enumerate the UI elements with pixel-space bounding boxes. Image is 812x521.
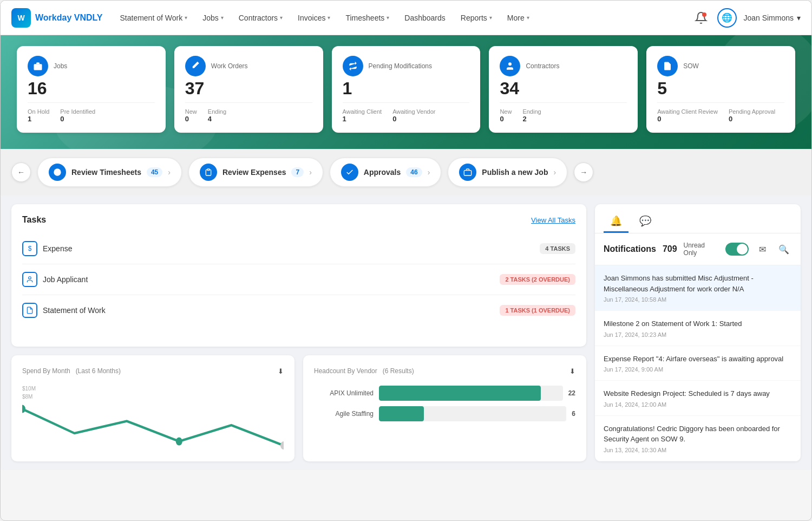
bar-row-agile: Agile Staffing 6 [314, 406, 575, 421]
qa-review-timesheets[interactable]: Review Timesheets 45 › [37, 158, 182, 187]
publish-job-icon [459, 164, 476, 181]
qa-next-button[interactable]: → [574, 162, 593, 182]
chevron-down-icon: ▾ [387, 15, 389, 21]
spend-download-icon[interactable]: ⬇ [278, 367, 284, 375]
stats-grid: Jobs 16 On Hold 1 Pre Identified 0 [17, 46, 795, 133]
language-icon[interactable]: 🌐 [717, 8, 737, 28]
svg-point-11 [280, 441, 284, 450]
svg-point-10 [176, 437, 182, 445]
nav-more[interactable]: More ▾ [501, 9, 536, 27]
bar-track [379, 386, 563, 401]
job-applicant-icon [22, 272, 37, 287]
spend-chart-title: Spend By Month (Last 6 Months) [22, 366, 121, 375]
main-nav: Statement of Work ▾ Jobs ▾ Contractors ▾… [113, 9, 687, 27]
bar-value: 22 [568, 389, 575, 397]
chevron-down-icon: ▾ [797, 14, 801, 22]
chevron-down-icon: ▾ [221, 15, 224, 21]
chevron-right-icon: › [428, 168, 430, 177]
qa-approvals[interactable]: Approvals 46 › [330, 158, 442, 187]
logo-area[interactable]: W Workday VNDLY [11, 8, 102, 28]
task-sow-badge: 1 TASKS (1 OVERDUE) [500, 305, 575, 316]
spend-line-chart: $10M $8M [22, 386, 284, 451]
quick-actions-bar: ← Review Timesheets 45 › Review Expenses… [1, 149, 811, 196]
notification-icon[interactable] [691, 8, 711, 28]
headcount-chart-title: Headcount By Vendor (6 Results) [314, 366, 414, 375]
task-job-applicant[interactable]: Job Applicant 2 TASKS (2 OVERDUE) [22, 264, 575, 295]
notif-item[interactable]: Milestone 2 on Statement of Work 1: Star… [595, 311, 801, 346]
notif-item[interactable]: Congratulations! Cedric Diggory has been… [595, 416, 801, 461]
sow-task-icon [22, 303, 37, 318]
stat-card-contractors[interactable]: Contractors 34 New 0 Ending 2 [489, 46, 638, 133]
nav-jobs[interactable]: Jobs ▾ [196, 9, 230, 27]
jobs-number: 16 [28, 80, 155, 97]
chevron-down-icon: ▾ [185, 15, 187, 21]
bar-fill [379, 386, 541, 401]
task-expense[interactable]: $ Expense 4 TASKS [22, 233, 575, 264]
bar-track [379, 406, 566, 421]
svg-point-9 [22, 405, 25, 413]
svg-rect-1 [34, 64, 42, 70]
stat-card-modifications[interactable]: Pending Modifications 1 Awaiting Client … [332, 46, 481, 133]
nav-timesheets[interactable]: Timesheets ▾ [339, 9, 396, 27]
work-orders-icon [185, 56, 206, 76]
chevron-down-icon: ▾ [527, 15, 529, 21]
logo-icon: W [11, 8, 31, 28]
receipt-icon [200, 164, 217, 181]
task-sow[interactable]: Statement of Work 1 TASKS (1 OVERDUE) [22, 295, 575, 325]
main-content: Tasks View All Tasks $ Expense 4 TASKS [1, 196, 811, 470]
tab-messages[interactable]: 💬 [633, 211, 658, 233]
modifications-icon [343, 56, 363, 76]
user-menu[interactable]: Joan Simmons ▾ [743, 14, 801, 22]
task-expense-badge: 4 TASKS [540, 243, 575, 254]
svg-point-0 [702, 12, 706, 17]
headcount-download-icon[interactable]: ⬇ [569, 367, 575, 375]
notif-search-icon[interactable]: 🔍 [776, 241, 792, 257]
unread-only-toggle[interactable] [725, 243, 749, 256]
stat-sub-label: On Hold [28, 108, 49, 115]
stat-card-jobs[interactable]: Jobs 16 On Hold 1 Pre Identified 0 [17, 46, 166, 133]
bar-fill [379, 406, 424, 421]
notif-controls: Unread Only ✉ 🔍 [684, 241, 792, 257]
notifications-list: Joan Simmons has submitted Misc Adjustme… [595, 265, 801, 461]
hero-section: Jobs 16 On Hold 1 Pre Identified 0 [1, 35, 811, 149]
app-name: Workday VNDLY [35, 13, 102, 23]
sow-icon [657, 56, 678, 76]
nav-dashboards[interactable]: Dashboards [398, 9, 452, 27]
nav-reports[interactable]: Reports ▾ [454, 9, 499, 27]
chevron-right-icon: › [168, 168, 171, 177]
svg-rect-7 [464, 171, 472, 175]
notif-item[interactable]: Website Redesign Project: Scheduled is 7… [595, 381, 801, 416]
chevron-down-icon: ▾ [489, 15, 492, 21]
stat-label: Jobs [54, 62, 67, 70]
stat-card-work-orders[interactable]: Work Orders 37 New 0 Ending 4 [174, 46, 323, 133]
stat-card-sow[interactable]: SOW 5 Awaiting Client Review 0 Pending A… [646, 46, 795, 133]
clock-icon [49, 164, 66, 181]
header-right: 🌐 Joan Simmons ▾ [691, 8, 801, 28]
task-job-applicant-badge: 2 TASKS (2 OVERDUE) [500, 274, 575, 285]
stat-sub-value: 1 [28, 115, 49, 123]
chevron-right-icon: › [309, 168, 312, 177]
bar-value: 6 [572, 410, 575, 418]
bar-label: APIX Unlimited [314, 389, 374, 397]
notif-email-icon[interactable]: ✉ [754, 241, 770, 257]
notif-tab-bar: 🔔 💬 [595, 204, 801, 233]
headcount-bars: APIX Unlimited 22 Agile Staffing 6 [314, 386, 575, 421]
qa-prev-button[interactable]: ← [11, 162, 31, 182]
bar-row-apix: APIX Unlimited 22 [314, 386, 575, 401]
toggle-dot [737, 244, 748, 255]
chevron-down-icon: ▾ [280, 15, 283, 21]
tab-notifications[interactable]: 🔔 [604, 211, 628, 233]
notifications-panel: 🔔 💬 Notifications 709 Unread Only ✉ 🔍 Jo… [595, 204, 801, 461]
qa-review-expenses[interactable]: Review Expenses 7 › [188, 158, 323, 187]
nav-contractors[interactable]: Contractors ▾ [232, 9, 289, 27]
notif-item[interactable]: Expense Report "4: Airfare overseas" is … [595, 346, 801, 381]
svg-point-2 [508, 62, 512, 66]
nav-statement-of-work[interactable]: Statement of Work ▾ [113, 9, 194, 27]
nav-invoices[interactable]: Invoices ▾ [291, 9, 337, 27]
contractors-icon [500, 56, 520, 76]
approvals-icon [341, 164, 358, 181]
qa-publish-job[interactable]: Publish a new Job › [448, 158, 567, 187]
chevron-down-icon: ▾ [328, 15, 330, 21]
notif-item[interactable]: Joan Simmons has submitted Misc Adjustme… [595, 265, 801, 311]
view-all-tasks-link[interactable]: View All Tasks [531, 216, 575, 224]
